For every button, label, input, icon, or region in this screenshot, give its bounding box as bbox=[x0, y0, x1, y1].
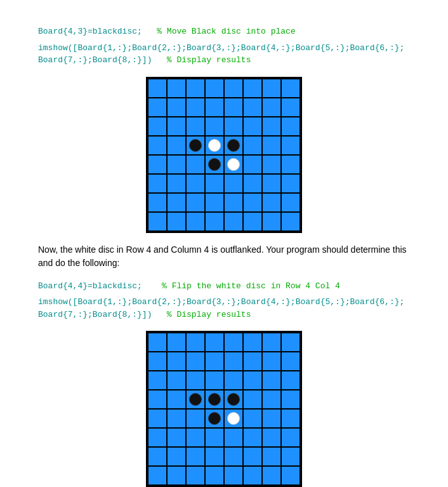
cell-5-8 bbox=[282, 410, 300, 427]
cell-8-7 bbox=[263, 213, 280, 230]
cell-7-1 bbox=[148, 448, 166, 465]
cell-8-8 bbox=[282, 213, 300, 230]
cell-1-8 bbox=[282, 79, 300, 97]
cell-6-2 bbox=[168, 175, 185, 192]
cell-8-7 bbox=[263, 467, 280, 484]
cell-8-6 bbox=[244, 213, 261, 230]
cell-8-4 bbox=[206, 213, 223, 230]
cell-6-5 bbox=[225, 175, 242, 192]
cell-6-8 bbox=[282, 175, 300, 192]
cell-7-8 bbox=[282, 448, 300, 465]
code-line-2a: imshow([Board{1,:};Board{2,:};Board{3,:}… bbox=[38, 42, 410, 55]
cell-7-7 bbox=[263, 448, 280, 465]
cell-7-4 bbox=[206, 448, 223, 465]
disc-black-5-4 bbox=[208, 158, 221, 171]
cell-6-8 bbox=[282, 429, 300, 446]
cell-8-1 bbox=[148, 467, 166, 484]
cell-2-4 bbox=[206, 98, 223, 116]
board-1 bbox=[146, 77, 302, 233]
cell-6-3 bbox=[187, 429, 204, 446]
cell-4-6 bbox=[244, 390, 261, 408]
cell-2-1 bbox=[148, 352, 166, 370]
cell-6-7 bbox=[263, 429, 280, 446]
cell-7-6 bbox=[244, 448, 261, 465]
cell-8-5 bbox=[225, 213, 242, 230]
cell-8-8 bbox=[282, 467, 300, 484]
cell-1-4 bbox=[206, 79, 223, 97]
cell-3-7 bbox=[263, 117, 280, 135]
cell-3-3 bbox=[187, 371, 204, 389]
cell-4-4 bbox=[206, 137, 223, 154]
board-1-container bbox=[38, 77, 410, 233]
cell-2-6 bbox=[244, 352, 261, 370]
cell-4-3 bbox=[187, 390, 204, 408]
cell-2-1 bbox=[148, 98, 166, 116]
cell-7-5 bbox=[225, 448, 242, 465]
cell-6-6 bbox=[244, 175, 261, 192]
cell-1-6 bbox=[244, 79, 261, 97]
cell-8-1 bbox=[148, 213, 166, 230]
cell-5-6 bbox=[244, 410, 261, 427]
cell-5-2 bbox=[168, 410, 185, 427]
cell-1-7 bbox=[263, 79, 280, 97]
cell-7-8 bbox=[282, 194, 300, 211]
cell-2-3 bbox=[187, 98, 204, 116]
cell-7-2 bbox=[168, 194, 185, 211]
code-section-2: imshow([Board{1,:};Board{2,:};Board{3,:}… bbox=[38, 42, 410, 67]
cell-6-4 bbox=[206, 429, 223, 446]
cell-3-6 bbox=[244, 371, 261, 389]
code-section-4: imshow([Board{1,:};Board{2,:};Board{3,:}… bbox=[38, 296, 410, 321]
cell-6-1 bbox=[148, 175, 166, 192]
cell-4-8 bbox=[282, 390, 300, 408]
disc-black-4-5 bbox=[227, 139, 240, 152]
cell-8-3 bbox=[187, 213, 204, 230]
disc-black-4-3 bbox=[189, 139, 202, 152]
code-line-2b: Board{7,:};Board{8,:}]) % Display result… bbox=[38, 54, 410, 67]
code-section-3: Board{4,4}=blackdisc; % Flip the white d… bbox=[38, 280, 410, 293]
code-line-1: Board{4,3}=blackdisc; % Move Black disc … bbox=[38, 25, 410, 38]
cell-8-2 bbox=[168, 467, 185, 484]
cell-6-2 bbox=[168, 429, 185, 446]
cell-4-1 bbox=[148, 390, 166, 408]
cell-7-4 bbox=[206, 194, 223, 211]
cell-3-4 bbox=[206, 371, 223, 389]
cell-1-6 bbox=[244, 333, 261, 351]
cell-2-7 bbox=[263, 98, 280, 116]
cell-3-8 bbox=[282, 117, 300, 135]
cell-7-6 bbox=[244, 194, 261, 211]
cell-5-3 bbox=[187, 410, 204, 427]
cell-2-2 bbox=[168, 352, 185, 370]
cell-2-6 bbox=[244, 98, 261, 116]
cell-2-8 bbox=[282, 98, 300, 116]
disc-white-5-5 bbox=[227, 412, 240, 425]
cell-1-2 bbox=[168, 333, 185, 351]
code-line-4b: Board{7,:};Board{8,:}]) % Display result… bbox=[38, 309, 410, 321]
cell-6-5 bbox=[225, 429, 242, 446]
cell-4-1 bbox=[148, 137, 166, 154]
code-line-3: Board{4,4}=blackdisc; % Flip the white d… bbox=[38, 280, 410, 293]
cell-7-7 bbox=[263, 194, 280, 211]
cell-7-5 bbox=[225, 194, 242, 211]
cell-4-2 bbox=[168, 390, 185, 408]
cell-2-5 bbox=[225, 352, 242, 370]
cell-3-5 bbox=[225, 117, 242, 135]
cell-6-3 bbox=[187, 175, 204, 192]
cell-8-2 bbox=[168, 213, 185, 230]
cell-5-8 bbox=[282, 156, 300, 173]
cell-3-4 bbox=[206, 117, 223, 135]
cell-2-4 bbox=[206, 352, 223, 370]
code-prefix-1: Board{4,3}=blackdisc; bbox=[38, 27, 142, 36]
cell-8-5 bbox=[225, 467, 242, 484]
cell-3-2 bbox=[168, 117, 185, 135]
cell-4-2 bbox=[168, 137, 185, 154]
code-comment-2: % Display results bbox=[162, 55, 251, 65]
cell-5-7 bbox=[263, 156, 280, 173]
disc-black-4-4 bbox=[208, 393, 221, 406]
cell-5-7 bbox=[263, 410, 280, 427]
cell-4-5 bbox=[225, 137, 242, 154]
disc-black-4-3 bbox=[189, 393, 202, 406]
cell-2-2 bbox=[168, 98, 185, 116]
cell-7-1 bbox=[148, 194, 166, 211]
cell-1-3 bbox=[187, 333, 204, 351]
code-prefix-3: Board{4,4}=blackdisc; bbox=[38, 281, 142, 291]
